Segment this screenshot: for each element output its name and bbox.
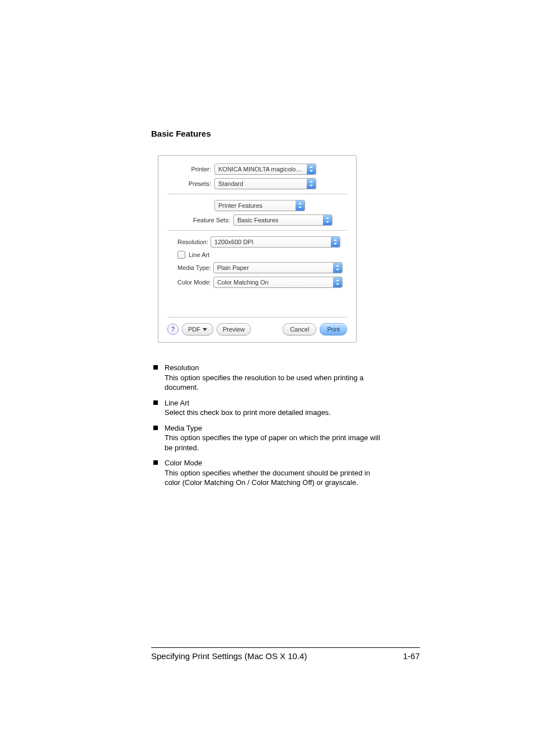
chevron-updown-icon: [307, 164, 316, 174]
divider: [167, 317, 347, 318]
chevron-updown-icon: [333, 277, 342, 287]
bullet-item: Color Mode This option specifies whether…: [151, 458, 383, 488]
bullet-body: This option specifies the resolution to …: [165, 373, 383, 393]
resolution-value: 1200x600 DPI: [211, 239, 331, 245]
media-type-select[interactable]: Plain Paper: [213, 262, 343, 273]
page-number: 1-67: [403, 651, 420, 661]
help-button[interactable]: ?: [167, 324, 179, 335]
bullet-head: Resolution: [165, 363, 383, 373]
bullet-square-icon: [153, 460, 158, 465]
bullet-head: Color Mode: [165, 458, 383, 468]
presets-value: Standard: [215, 180, 307, 187]
chevron-updown-icon: [333, 263, 342, 273]
bullet-item: Line Art Select this check box to print …: [151, 398, 383, 418]
cancel-button[interactable]: Cancel: [283, 323, 316, 335]
pdf-button[interactable]: PDF: [182, 323, 213, 335]
section-heading: Basic Features: [151, 129, 383, 138]
bullet-item: Resolution This option specifies the res…: [151, 363, 383, 393]
color-mode-select[interactable]: Color Matching On: [213, 277, 343, 288]
line-art-checkbox[interactable]: Line Art: [177, 251, 343, 259]
print-label: Print: [327, 326, 340, 333]
line-art-label: Line Art: [189, 251, 209, 258]
print-button[interactable]: Print: [320, 323, 347, 335]
resolution-label: Resolution:: [177, 239, 210, 245]
panel-select[interactable]: Printer Features: [214, 200, 305, 211]
divider: [167, 194, 347, 194]
presets-label: Presets:: [167, 180, 214, 187]
color-mode-value: Color Matching On: [214, 279, 333, 286]
bullet-square-icon: [153, 400, 158, 405]
feature-sets-label: Feature Sets:: [167, 217, 233, 223]
printer-select[interactable]: KONICA MINOLTA magicolor ...: [214, 164, 316, 175]
color-mode-label: Color Mode:: [177, 279, 213, 286]
feature-descriptions: Resolution This option specifies the res…: [151, 363, 383, 488]
chevron-down-icon: [203, 328, 207, 331]
bullet-body: This option specifies the type of paper …: [165, 433, 383, 452]
footer-rule: [151, 647, 420, 648]
bullet-body: This option specifies whether the docume…: [165, 468, 383, 488]
printer-value: KONICA MINOLTA magicolor ...: [215, 166, 307, 172]
media-type-label: Media Type:: [177, 264, 213, 271]
bullet-item: Media Type This option specifies the typ…: [151, 423, 383, 453]
bullet-head: Line Art: [165, 398, 383, 408]
bullet-square-icon: [153, 426, 158, 430]
page-footer: Specifying Print Settings (Mac OS X 10.4…: [151, 647, 420, 661]
presets-select[interactable]: Standard: [214, 178, 316, 189]
help-icon: ?: [171, 325, 175, 333]
panel-value: Printer Features: [215, 202, 296, 209]
chevron-updown-icon: [331, 237, 340, 247]
bullet-body: Select this check box to print more deta…: [165, 408, 383, 418]
printer-label: Printer:: [167, 166, 214, 172]
cancel-label: Cancel: [290, 326, 309, 333]
chevron-updown-icon: [307, 179, 316, 189]
media-type-value: Plain Paper: [214, 264, 333, 271]
preview-button[interactable]: Preview: [217, 323, 251, 335]
resolution-select[interactable]: 1200x600 DPI: [210, 236, 340, 248]
chevron-updown-icon: [323, 215, 332, 225]
feature-sets-select[interactable]: Basic Features: [233, 214, 332, 226]
divider: [167, 230, 347, 231]
preview-label: Preview: [223, 326, 245, 333]
bullet-square-icon: [153, 365, 158, 370]
feature-sets-value: Basic Features: [234, 217, 323, 223]
pdf-label: PDF: [188, 326, 200, 333]
chevron-updown-icon: [296, 200, 305, 211]
print-dialog: Printer: KONICA MINOLTA magicolor ... Pr…: [158, 155, 357, 343]
footer-text: Specifying Print Settings (Mac OS X 10.4…: [151, 651, 307, 661]
bullet-head: Media Type: [165, 423, 383, 433]
checkbox-icon: [177, 251, 185, 259]
